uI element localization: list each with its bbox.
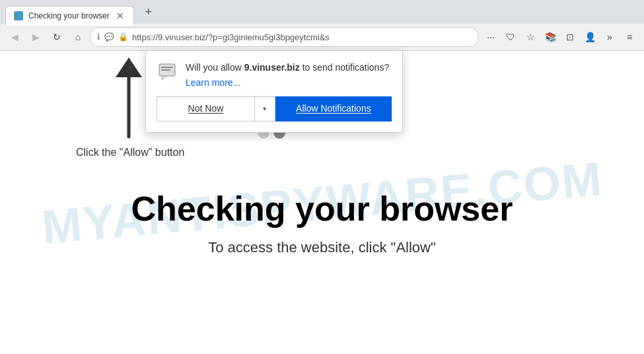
- popup-header: Will you allow 9.vinuser.biz to send not…: [157, 61, 392, 88]
- overflow-button[interactable]: »: [600, 28, 619, 46]
- tab-title: Checking your browser: [28, 11, 110, 20]
- address-bar[interactable]: ℹ 💬 🔒 https://9.vinuser.biz/?p=gi3ginlem…: [90, 27, 479, 47]
- page-info-icon[interactable]: ℹ: [97, 32, 100, 42]
- popup-domain: 9.vinuser.biz: [244, 62, 300, 73]
- popup-actions: Not Now ▾ Allow Notifications: [157, 96, 392, 122]
- svg-marker-5: [116, 57, 142, 77]
- tab-bar: 🌐 Checking your browser ✕ +: [0, 0, 644, 24]
- library-button[interactable]: 📚: [541, 28, 559, 46]
- popup-chat-icon: [157, 61, 178, 83]
- home-button[interactable]: ⌂: [69, 28, 87, 46]
- notification-popup: Will you allow 9.vinuser.biz to send not…: [145, 50, 403, 133]
- learn-more-link[interactable]: Learn more...: [186, 77, 389, 88]
- popup-message-prefix: Will you allow: [186, 62, 244, 73]
- popup-message-suffix: to send notifications?: [300, 62, 389, 73]
- allow-label: Allow Notifications: [296, 104, 371, 114]
- tab-favicon: 🌐: [14, 11, 23, 20]
- sub-heading: To access the website, click "Allow": [208, 239, 436, 256]
- svg-rect-1: [161, 67, 173, 68]
- chat-icon: 💬: [104, 32, 114, 42]
- more-options-button[interactable]: ···: [482, 28, 500, 46]
- main-heading: Checking your browser: [131, 189, 513, 229]
- nav-bar: ◀ ▶ ↻ ⌂ ℹ 💬 🔒 https://9.vinuser.biz/?p=g…: [0, 24, 644, 50]
- bookmark-button[interactable]: ☆: [521, 28, 540, 46]
- synced-tabs-button[interactable]: ⊡: [561, 28, 579, 46]
- click-label: Click the "Allow" button: [76, 147, 184, 159]
- shield-button[interactable]: 🛡: [501, 28, 520, 46]
- lock-icon: 🔒: [118, 32, 128, 42]
- url-text: https://9.vinuser.biz/?p=gi3ginlemu5gi3b…: [132, 32, 472, 42]
- new-tab-button[interactable]: +: [139, 3, 158, 21]
- tab-close-button[interactable]: ✕: [115, 11, 125, 21]
- not-now-dropdown-button[interactable]: ▾: [254, 96, 275, 122]
- dropdown-icon: ▾: [263, 105, 266, 112]
- not-now-button[interactable]: Not Now: [157, 96, 254, 122]
- popup-message: Will you allow 9.vinuser.biz to send not…: [186, 61, 389, 88]
- svg-rect-2: [161, 69, 170, 71]
- back-button[interactable]: ◀: [5, 28, 24, 46]
- nav-right-icons: ··· 🛡 ☆ 📚 ⊡ 👤 » ≡: [482, 28, 639, 46]
- refresh-button[interactable]: ↻: [48, 28, 66, 46]
- user-button[interactable]: 👤: [581, 28, 599, 46]
- active-tab[interactable]: 🌐 Checking your browser ✕: [5, 6, 134, 26]
- allow-notifications-button[interactable]: Allow Notifications: [275, 96, 392, 122]
- menu-button[interactable]: ≡: [620, 28, 639, 46]
- forward-button[interactable]: ▶: [26, 28, 45, 46]
- not-now-label: Not Now: [188, 104, 224, 114]
- browser-chrome: 🌐 Checking your browser ✕ + ◀ ▶ ↻ ⌂ ℹ 💬 …: [0, 0, 644, 51]
- svg-marker-3: [162, 76, 167, 80]
